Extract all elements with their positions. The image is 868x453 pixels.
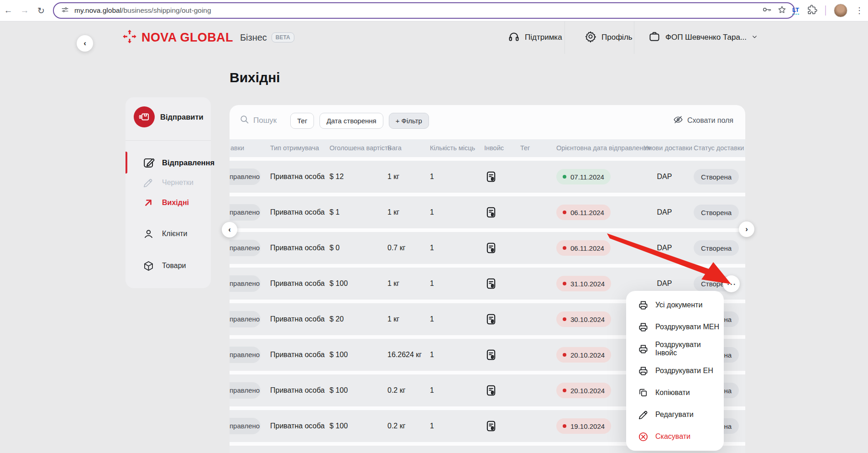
sidebar-item[interactable]: Вихідні [125, 193, 211, 213]
printer-icon [638, 365, 649, 376]
recipient-type-cell: Приватна особа [270, 374, 324, 406]
search-placeholder: Пошук [253, 116, 277, 125]
context-menu-item-label: Роздрукувати Інвойс [655, 341, 724, 357]
context-menu-item[interactable]: Роздрукувати МЕН [626, 316, 724, 338]
context-menu-item-label: Усі документи [655, 301, 702, 309]
row-context-menu: Усі документиРоздрукувати МЕНРоздрукуват… [626, 291, 724, 451]
site-info-icon[interactable] [61, 6, 69, 16]
context-menu-item[interactable]: Скасувати [626, 426, 724, 448]
creation-date-filter-chip[interactable]: Дата створення [319, 113, 383, 129]
ship-date-badge: 30.10.2024 [556, 311, 611, 327]
bookmark-star-icon[interactable] [777, 5, 787, 16]
hide-fields-button[interactable]: Сховати поля [673, 115, 733, 126]
context-menu-item[interactable]: Роздрукувати Інвойс [626, 338, 724, 360]
declared-value-cell: $ 100 [329, 374, 348, 406]
delivery-terms-cell: DAP [643, 232, 685, 264]
column-header: Оголошена вартість [329, 139, 391, 157]
places-count-cell: 1 [430, 339, 434, 371]
places-count-cell: 1 [430, 268, 434, 300]
browser-menu-icon[interactable]: ⋮ [855, 5, 863, 16]
sidebar-divider [125, 140, 211, 141]
invoice-document-icon[interactable] [485, 313, 497, 327]
table-header-row: авкиТип отримувачаОголошена вартістьВага… [230, 139, 745, 157]
shipment-status-pill: правлено [230, 382, 261, 399]
context-menu-item-label: Редагувати [655, 411, 694, 419]
sidebar: Відправити ВідправленняЧернеткиВихідніКл… [125, 97, 211, 288]
invoice-document-icon[interactable] [485, 242, 497, 256]
invoice-document-icon[interactable] [485, 420, 497, 434]
delivery-terms-cell: DAP [643, 196, 685, 228]
copy-icon [638, 387, 649, 398]
shipment-status-pill: правлено [230, 418, 261, 434]
profile-label: Профіль [601, 33, 633, 42]
header-divider [634, 21, 634, 54]
invoice-document-icon[interactable] [485, 278, 497, 291]
sidebar-collapse-button[interactable]: ‹ [77, 35, 93, 52]
headphones-icon [508, 31, 520, 45]
address-bar[interactable]: my.nova.global/business/shipping/out-goi… [53, 2, 795, 19]
table-row[interactable]: правлено Приватна особа $ 0 0.7 кг 1 06.… [230, 232, 745, 264]
ship-date-badge: 20.10.2024 [556, 383, 611, 398]
add-filter-chip[interactable]: + Фільтр [389, 113, 429, 129]
tag-filter-chip[interactable]: Тег [290, 113, 314, 129]
weight-cell: 1 кг [387, 196, 399, 228]
gear-icon [585, 31, 596, 45]
table-scroll-left-button[interactable]: ‹ [222, 222, 237, 237]
hide-fields-label: Сховати поля [687, 116, 733, 125]
search-input[interactable]: Пошук [240, 115, 277, 126]
table-scroll-right-button[interactable]: › [739, 221, 754, 237]
invoice-document-icon[interactable] [485, 385, 497, 398]
context-menu-item[interactable]: Усі документи [626, 294, 724, 316]
delivery-status-badge: Створена [694, 169, 739, 184]
beta-badge: BETA [272, 32, 294, 42]
printer-icon [638, 321, 649, 332]
recipient-type-cell: Приватна особа [270, 268, 324, 300]
table-row[interactable]: правлено Приватна особа $ 12 1 кг 1 07.1… [230, 161, 745, 193]
password-key-icon[interactable] [762, 5, 772, 16]
sidebar-item[interactable]: Клієнти [125, 224, 211, 244]
languagetool-extension-icon[interactable]: LT [792, 6, 799, 15]
eye-off-icon [673, 115, 683, 126]
sidebar-item[interactable]: Товари [125, 256, 211, 276]
weight-cell: 0.2 кг [387, 410, 406, 442]
declared-value-cell: $ 100 [329, 268, 348, 300]
sidebar-item[interactable]: Чернетки [125, 173, 211, 193]
reload-icon[interactable]: ↻ [33, 5, 49, 16]
declared-value-cell: $ 12 [329, 161, 344, 193]
sidebar-menu: ВідправленняЧернеткиВихідніКлієнтиТовари [125, 153, 211, 276]
forward-icon[interactable]: → [16, 5, 33, 16]
profile-avatar[interactable] [834, 4, 847, 17]
printer-icon [638, 300, 649, 311]
account-switcher[interactable]: ФОП Шевченко Тара... [648, 21, 758, 54]
invoice-document-icon[interactable] [485, 349, 497, 363]
app-logo[interactable]: NOVA GLOBAL Бізнес BETA [122, 21, 294, 54]
table-row[interactable]: правлено Приватна особа $ 1 1 кг 1 06.11… [230, 196, 745, 228]
recipient-type-cell: Приватна особа [270, 232, 324, 264]
shipment-status-pill: правлено [230, 240, 261, 256]
context-menu-item[interactable]: Редагувати [626, 404, 724, 426]
back-icon[interactable]: ← [0, 5, 16, 16]
weight-cell: 0.7 кг [387, 232, 406, 264]
sidebar-item-label: Клієнти [162, 230, 187, 238]
ship-date-text: 06.11.2024 [570, 244, 604, 252]
sidebar-item-label: Товари [162, 262, 186, 270]
sidebar-item[interactable]: Відправлення [125, 153, 211, 173]
context-menu-item-label: Скасувати [655, 432, 690, 441]
context-menu-item[interactable]: Копіювати [626, 382, 724, 404]
invoice-document-icon[interactable] [485, 206, 497, 220]
row-more-options-button[interactable]: ⋯ [723, 275, 740, 292]
support-button[interactable]: Підтримка [508, 21, 562, 54]
profile-button[interactable]: Профіль [585, 21, 633, 54]
send-button[interactable]: Відправити [125, 97, 211, 127]
date-status-dot [563, 282, 566, 285]
shipment-status-pill: правлено [230, 275, 261, 292]
column-header: Інвойс [484, 139, 504, 157]
toolbar-divider [825, 5, 826, 16]
extensions-puzzle-icon[interactable] [807, 5, 817, 17]
context-menu-item[interactable]: Роздрукувати ЕН [626, 360, 724, 382]
account-label: ФОП Шевченко Тара... [665, 33, 747, 42]
date-status-dot [563, 353, 566, 357]
declared-value-cell: $ 100 [329, 410, 348, 442]
invoice-document-icon[interactable] [485, 171, 497, 184]
ship-date-text: 30.10.2024 [570, 316, 605, 323]
